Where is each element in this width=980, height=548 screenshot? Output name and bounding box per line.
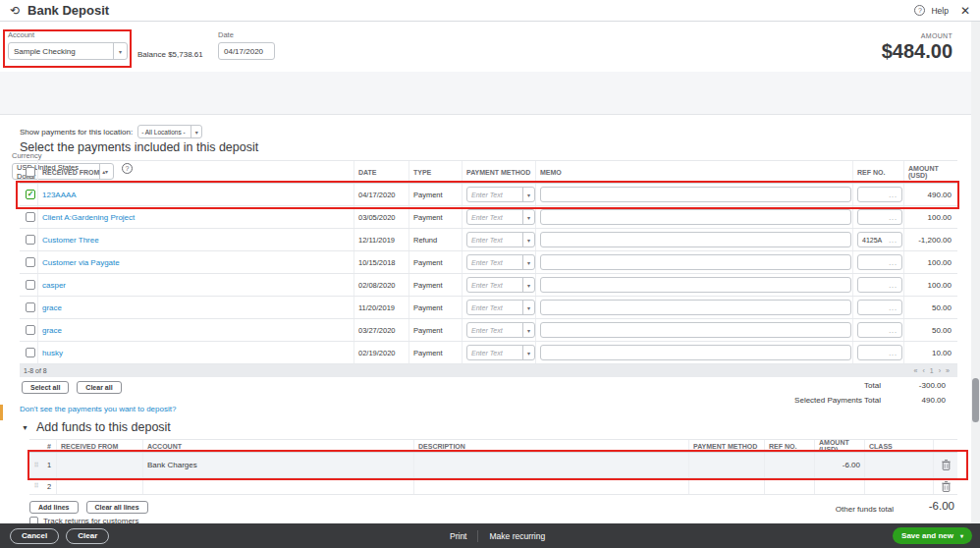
- payment-method-combo[interactable]: ▾: [466, 209, 535, 225]
- account-cell[interactable]: [142, 478, 413, 494]
- help-icon[interactable]: ?: [914, 5, 925, 16]
- select-all-button[interactable]: Select all: [22, 381, 69, 394]
- received-from-link[interactable]: Customer Three: [42, 236, 99, 245]
- payment-method-input[interactable]: [467, 214, 522, 221]
- received-from-link[interactable]: grace: [42, 303, 62, 312]
- more-icon[interactable]: ...: [889, 282, 898, 289]
- chevron-down-icon[interactable]: ▾: [522, 210, 534, 224]
- date-input[interactable]: 04/17/2020: [218, 42, 275, 60]
- chevron-down-icon[interactable]: ▾: [113, 43, 127, 59]
- col-received-from[interactable]: RECEIVED FROM ▲: [37, 161, 354, 183]
- ref-no-box[interactable]: ...: [857, 187, 902, 202]
- pager-prev-icon[interactable]: ‹: [923, 367, 925, 374]
- ref-no-box[interactable]: 4125A...: [857, 232, 902, 247]
- help-link[interactable]: Help: [931, 6, 948, 16]
- more-icon[interactable]: ...: [889, 237, 898, 244]
- description-cell[interactable]: [413, 453, 688, 477]
- payment-method-input[interactable]: [467, 327, 522, 334]
- clear-button[interactable]: Clear: [66, 528, 109, 544]
- payment-method-input[interactable]: [467, 259, 522, 266]
- row-checkbox[interactable]: [26, 302, 35, 312]
- payment-method-combo[interactable]: ▾: [466, 187, 535, 202]
- description-cell[interactable]: [413, 478, 688, 494]
- amount-cell[interactable]: [814, 478, 864, 494]
- make-recurring-button[interactable]: Make recurring: [489, 531, 545, 541]
- more-icon[interactable]: ...: [889, 214, 898, 221]
- memo-input[interactable]: [540, 345, 851, 360]
- row-checkbox[interactable]: [26, 348, 35, 357]
- add-lines-button[interactable]: Add lines: [29, 501, 79, 514]
- col-amount[interactable]: AMOUNT (USD): [903, 161, 957, 183]
- trash-icon[interactable]: [942, 481, 951, 492]
- memo-input[interactable]: [540, 300, 851, 315]
- chevron-down-icon[interactable]: ▾: [522, 188, 534, 201]
- collapse-icon[interactable]: ▼: [22, 424, 28, 431]
- col-payment-method[interactable]: PAYMENT METHOD: [462, 161, 535, 183]
- row-checkbox[interactable]: [26, 235, 35, 245]
- row-checkbox[interactable]: [26, 212, 35, 222]
- payment-method-input[interactable]: [467, 304, 522, 311]
- class-cell[interactable]: [864, 453, 933, 477]
- ref-no-cell[interactable]: [764, 478, 814, 494]
- more-icon[interactable]: ...: [889, 327, 898, 334]
- clear-all-button[interactable]: Clear all: [77, 381, 121, 394]
- ref-no-box[interactable]: ...: [857, 300, 902, 315]
- trash-icon[interactable]: [942, 460, 951, 470]
- select-all-checkbox[interactable]: [26, 167, 35, 177]
- payment-method-combo[interactable]: ▾: [466, 345, 535, 360]
- more-icon[interactable]: ...: [889, 304, 898, 311]
- chevron-down-icon[interactable]: ▾: [522, 255, 534, 269]
- close-icon[interactable]: ✕: [960, 4, 970, 18]
- row-checkbox[interactable]: [26, 257, 35, 267]
- ref-no-cell[interactable]: [764, 453, 814, 477]
- more-icon[interactable]: ...: [889, 350, 898, 356]
- recent-transactions-icon[interactable]: ⟲: [10, 4, 20, 18]
- payment-method-cell[interactable]: [688, 453, 764, 477]
- memo-input[interactable]: [540, 232, 851, 247]
- pager-last-icon[interactable]: »: [946, 367, 950, 374]
- pager-next-icon[interactable]: ›: [939, 367, 941, 374]
- memo-input[interactable]: [540, 187, 851, 202]
- clear-all-lines-button[interactable]: Clear all lines: [86, 501, 148, 514]
- ref-no-box[interactable]: ...: [857, 254, 902, 270]
- col-type[interactable]: TYPE: [408, 161, 462, 183]
- ref-no-box[interactable]: ...: [857, 277, 902, 293]
- col-memo[interactable]: MEMO: [535, 161, 852, 183]
- more-icon[interactable]: ...: [889, 192, 898, 198]
- payment-method-combo[interactable]: ▾: [466, 254, 535, 270]
- chevron-down-icon[interactable]: ▾: [522, 301, 534, 314]
- memo-input[interactable]: [540, 277, 851, 293]
- payment-method-input[interactable]: [467, 350, 522, 356]
- chevron-down-icon[interactable]: ▾: [522, 233, 534, 247]
- received-from-link[interactable]: husky: [42, 349, 63, 357]
- cancel-button[interactable]: Cancel: [10, 528, 59, 544]
- ref-no-box[interactable]: ...: [857, 345, 902, 360]
- chevron-down-icon[interactable]: ▾: [522, 346, 534, 359]
- memo-input[interactable]: [540, 322, 851, 338]
- pager-page-number[interactable]: 1: [930, 367, 934, 374]
- payment-method-input[interactable]: [467, 237, 522, 244]
- ref-no-box[interactable]: ...: [857, 209, 902, 225]
- memo-input[interactable]: [540, 254, 851, 270]
- add-funds-row[interactable]: ⠿ 1 Bank Charges -6.00: [29, 453, 957, 478]
- payment-method-input[interactable]: [467, 282, 522, 289]
- row-checkbox[interactable]: ✓: [26, 190, 35, 199]
- chevron-down-icon[interactable]: ▾: [522, 278, 534, 292]
- save-and-new-button[interactable]: Save and new ▾: [893, 527, 972, 544]
- more-icon[interactable]: ...: [889, 259, 898, 266]
- missing-payments-link[interactable]: Don't see the payments you want to depos…: [20, 405, 176, 413]
- payment-method-combo[interactable]: ▾: [466, 277, 535, 293]
- row-checkbox[interactable]: [26, 325, 35, 335]
- location-select[interactable]: - All Locations - ▾: [137, 125, 202, 138]
- row-checkbox[interactable]: [26, 280, 35, 290]
- scrollbar-thumb[interactable]: [972, 378, 979, 422]
- memo-input[interactable]: [540, 209, 851, 225]
- received-from-link[interactable]: Client A:Gardening Project: [42, 213, 135, 222]
- payment-method-cell[interactable]: [688, 478, 764, 494]
- ref-no-box[interactable]: ...: [857, 322, 902, 338]
- add-funds-row[interactable]: ⠿ 2: [29, 478, 957, 495]
- chevron-down-icon[interactable]: ▾: [960, 532, 963, 539]
- received-from-cell[interactable]: [56, 453, 142, 477]
- drag-handle-icon[interactable]: ⠿: [29, 478, 43, 494]
- payment-method-combo[interactable]: ▾: [466, 232, 535, 247]
